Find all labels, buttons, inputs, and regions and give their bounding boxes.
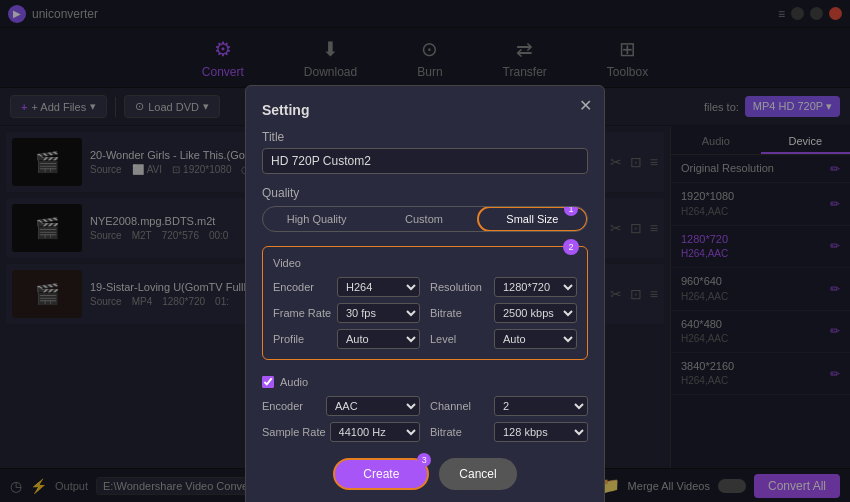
audio-encoder-select[interactable]: AAC xyxy=(326,396,420,416)
resolution-field: Resolution 1280*720 xyxy=(430,277,577,297)
modal-footer: Create 3 Cancel xyxy=(262,458,588,490)
bitrate-field: Bitrate 2500 kbps xyxy=(430,303,577,323)
modal-title: Setting xyxy=(262,102,309,118)
quality-high-button[interactable]: High Quality xyxy=(263,207,370,231)
badge-1: 1 xyxy=(564,206,578,216)
video-fields-grid: Encoder H264 Resolution 1280*720 Frame R… xyxy=(273,277,577,349)
quality-row: High Quality Custom Small Size 1 xyxy=(262,206,588,232)
audio-samplerate-field: Sample Rate 44100 Hz xyxy=(262,422,420,442)
create-button[interactable]: Create 3 xyxy=(333,458,429,490)
setting-modal: Setting ✕ Title Quality High Quality Cus… xyxy=(245,85,605,502)
audio-checkbox[interactable] xyxy=(262,376,274,388)
quality-label: Quality xyxy=(262,186,588,200)
title-input[interactable] xyxy=(262,148,588,174)
encoder-select[interactable]: H264 xyxy=(337,277,420,297)
audio-bitrate-field: Bitrate 128 kbps xyxy=(430,422,588,442)
badge-3: 3 xyxy=(417,453,431,467)
audio-section: Audio Encoder AAC Channel 2 Sample Rate xyxy=(262,370,588,448)
profile-select[interactable]: Auto xyxy=(337,329,420,349)
audio-fields-grid: Encoder AAC Channel 2 Sample Rate 44100 … xyxy=(262,396,588,442)
quality-custom-button[interactable]: Custom xyxy=(370,207,477,231)
cancel-button[interactable]: Cancel xyxy=(439,458,516,490)
audio-bitrate-select[interactable]: 128 kbps xyxy=(494,422,588,442)
video-section: Video 2 Encoder H264 Resolution 1280*720… xyxy=(262,246,588,360)
framerate-field: Frame Rate 30 fps xyxy=(273,303,420,323)
level-field: Level Auto xyxy=(430,329,577,349)
modal-header: Setting ✕ xyxy=(262,102,588,118)
audio-encoder-field: Encoder AAC xyxy=(262,396,420,416)
modal-overlay: Setting ✕ Title Quality High Quality Cus… xyxy=(0,0,850,502)
title-field-label: Title xyxy=(262,130,588,144)
framerate-select[interactable]: 30 fps xyxy=(337,303,420,323)
audio-channel-field: Channel 2 xyxy=(430,396,588,416)
video-section-label: Video xyxy=(273,257,577,269)
quality-small-button[interactable]: Small Size 1 xyxy=(477,206,588,232)
audio-header: Audio xyxy=(262,376,588,388)
audio-samplerate-select[interactable]: 44100 Hz xyxy=(330,422,420,442)
encoder-field: Encoder H264 xyxy=(273,277,420,297)
profile-field: Profile Auto xyxy=(273,329,420,349)
audio-channel-select[interactable]: 2 xyxy=(494,396,588,416)
level-select[interactable]: Auto xyxy=(494,329,577,349)
modal-close-button[interactable]: ✕ xyxy=(579,96,592,115)
badge-2: 2 xyxy=(563,239,579,255)
resolution-select[interactable]: 1280*720 xyxy=(494,277,577,297)
bitrate-select[interactable]: 2500 kbps xyxy=(494,303,577,323)
